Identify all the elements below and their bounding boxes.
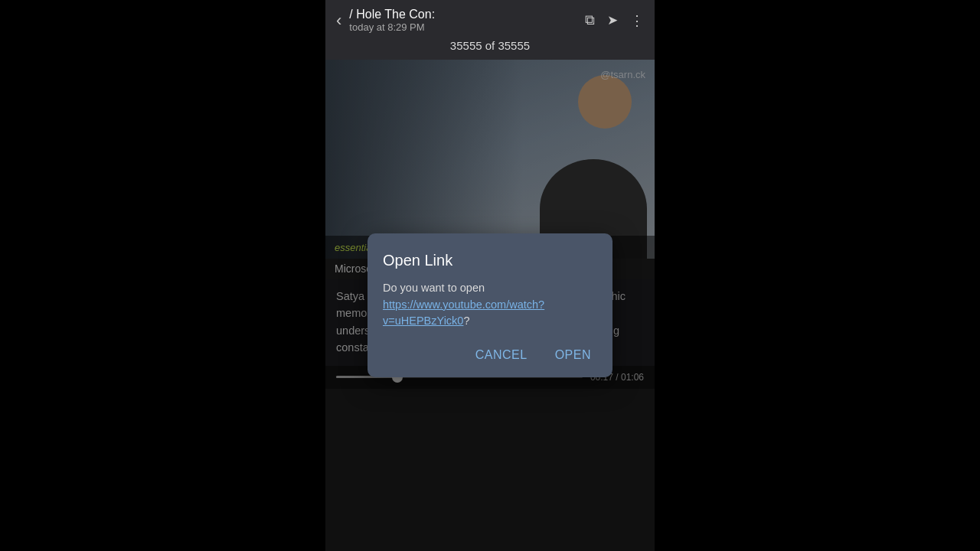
top-bar: ‹ / Hole The Con: today at 8:29 PM ⧉ ➤ ⋮… xyxy=(325,0,655,60)
dialog-body: Do you want to open https://www.youtube.… xyxy=(383,280,597,330)
conversation-title: / Hole The Con: xyxy=(349,8,585,21)
dialog-actions: Cancel Open xyxy=(383,345,597,365)
right-bar xyxy=(655,0,980,551)
content-area: @tsarn.ck essentially. Here's how it wor… xyxy=(325,60,655,551)
dialog-url-suffix: ? xyxy=(463,315,469,327)
forward-icon[interactable]: ➤ xyxy=(607,12,618,28)
share-screen-icon[interactable]: ⧉ xyxy=(585,12,595,28)
dialog-title: Open Link xyxy=(383,252,597,269)
cancel-button[interactable]: Cancel xyxy=(469,345,534,365)
top-icons: ⧉ ➤ ⋮ xyxy=(585,12,644,29)
left-bar xyxy=(0,0,325,551)
dialog-prompt: Do you want to open xyxy=(383,282,485,294)
phone-screen: ‹ / Hole The Con: today at 8:29 PM ⧉ ➤ ⋮… xyxy=(325,0,655,551)
title-block: / Hole The Con: today at 8:29 PM xyxy=(341,8,585,33)
more-options-icon[interactable]: ⋮ xyxy=(630,12,644,29)
open-link-dialog: Open Link Do you want to open https://ww… xyxy=(368,233,612,377)
conversation-time: today at 8:29 PM xyxy=(349,21,585,33)
back-button[interactable]: ‹ xyxy=(336,11,341,31)
dialog-overlay: Open Link Do you want to open https://ww… xyxy=(325,60,655,551)
open-button[interactable]: Open xyxy=(549,345,597,365)
message-counter: 35555 of 35555 xyxy=(336,39,644,52)
